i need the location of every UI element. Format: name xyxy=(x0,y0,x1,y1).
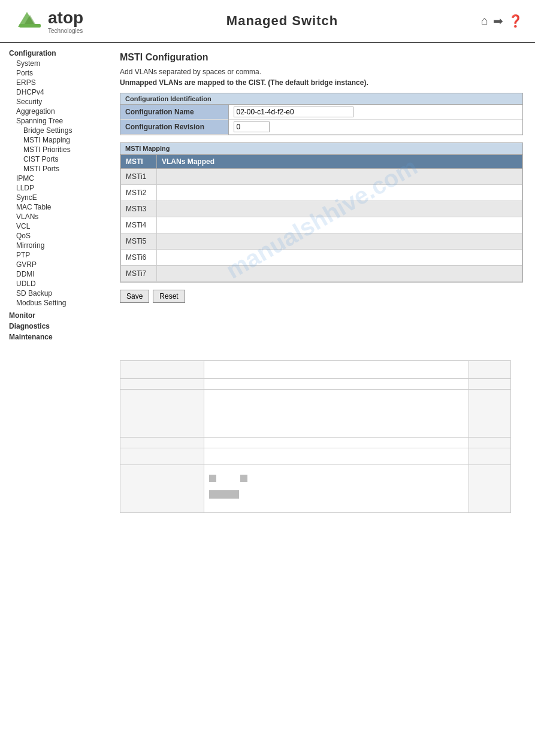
msti-vlans-input-5[interactable] xyxy=(162,235,499,248)
sidebar-maintenance-title: Maintenance xyxy=(9,333,99,341)
page-title: MSTI Configuration xyxy=(120,52,523,63)
bottom-cell-3b xyxy=(204,390,469,438)
msti-row: MSTi4 xyxy=(121,217,522,233)
home-icon[interactable]: ⌂ xyxy=(481,14,488,28)
msti-row-id: MSTi3 xyxy=(121,201,157,217)
info-text-2: Unmapped VLANs are mapped to the CIST. (… xyxy=(120,78,523,87)
msti-row: MSTi1 xyxy=(121,169,522,185)
bottom-cell-6b xyxy=(204,465,469,513)
sidebar-config-title: Configuration xyxy=(9,49,99,57)
sidebar-item-udld[interactable]: UDLD xyxy=(9,279,99,289)
bottom-cell-1b xyxy=(204,361,469,379)
sidebar-item-msti-mapping[interactable]: MSTI Mapping xyxy=(9,135,99,145)
msti-vlans-input-3[interactable] xyxy=(162,202,499,215)
msti-vlans-input-2[interactable] xyxy=(162,186,499,199)
mini-indicator-1 xyxy=(209,475,216,482)
config-id-title: Configuration Identification xyxy=(120,93,522,105)
msti-vlans-input-6[interactable] xyxy=(162,251,499,264)
bottom-cell-4a xyxy=(120,438,204,448)
msti-row-vlans-cell xyxy=(157,201,522,217)
config-name-row: Configuration Name xyxy=(120,105,522,120)
bottom-row-2 xyxy=(120,379,511,390)
info-text-1: Add VLANs separated by spaces or comma. xyxy=(120,68,523,76)
sidebar-item-system[interactable]: System xyxy=(9,59,99,68)
sidebar-item-cist-ports[interactable]: CIST Ports xyxy=(9,154,99,164)
logo: atop Technologies xyxy=(12,6,83,36)
save-button[interactable]: Save xyxy=(120,290,149,303)
sidebar: Configuration System Ports ERPS DHCPv4 S… xyxy=(0,43,108,348)
logo-icon xyxy=(12,6,48,36)
sidebar-item-lldp[interactable]: LLDP xyxy=(9,183,99,193)
sidebar-item-mac-table[interactable]: MAC Table xyxy=(9,202,99,212)
main-content: MSTI Configuration Add VLANs separated b… xyxy=(108,43,535,348)
reset-button[interactable]: Reset xyxy=(153,290,185,303)
bottom-section xyxy=(108,360,523,513)
msti-row-id: MSTi5 xyxy=(121,233,157,250)
msti-row-vlans-cell xyxy=(157,266,522,282)
bottom-row-5 xyxy=(120,448,511,465)
msti-col-vlans: VLANs Mapped xyxy=(157,155,522,169)
bottom-cell-1c xyxy=(469,361,511,379)
msti-row-vlans-cell xyxy=(157,233,522,250)
msti-col-msti: MSTI xyxy=(121,155,157,169)
sidebar-item-ports[interactable]: Ports xyxy=(9,68,99,78)
mini-indicator-2 xyxy=(240,475,247,482)
config-name-input[interactable] xyxy=(234,107,353,117)
header: atop Technologies Managed Switch ⌂ ➡ ❓ xyxy=(0,0,535,43)
sidebar-monitor-title: Monitor xyxy=(9,311,99,320)
bottom-cell-3a xyxy=(120,390,204,438)
sidebar-item-sd-backup[interactable]: SD Backup xyxy=(9,289,99,298)
bottom-cell-5b xyxy=(204,448,469,465)
bottom-row-4 xyxy=(120,438,511,448)
msti-table-header: MSTI VLANs Mapped xyxy=(121,155,522,169)
bottom-cell-6a xyxy=(120,465,204,513)
sidebar-item-bridge-settings[interactable]: Bridge Settings xyxy=(9,126,99,135)
msti-row-id: MSTi1 xyxy=(121,169,157,185)
sidebar-item-dhcpv4[interactable]: DHCPv4 xyxy=(9,87,99,97)
sidebar-item-aggregation[interactable]: Aggregation xyxy=(9,107,99,116)
msti-row-id: MSTi6 xyxy=(121,250,157,266)
sidebar-item-ipmc[interactable]: IPMC xyxy=(9,174,99,183)
bottom-row-6 xyxy=(120,465,511,513)
config-revision-cell xyxy=(228,120,522,135)
sidebar-item-gvrp[interactable]: GVRP xyxy=(9,260,99,269)
brand-sub: Technologies xyxy=(48,28,83,34)
sidebar-item-vcl[interactable]: VCL xyxy=(9,221,99,231)
bottom-cell-5a xyxy=(120,448,204,465)
msti-row: MSTi5 xyxy=(121,233,522,250)
sidebar-item-ptp[interactable]: PTP xyxy=(9,250,99,260)
sidebar-item-security[interactable]: Security xyxy=(9,97,99,107)
bottom-cell-6c xyxy=(469,465,511,513)
sidebar-item-spanning-tree[interactable]: Spanning Tree xyxy=(9,116,99,126)
sidebar-item-vlans[interactable]: VLANs xyxy=(9,212,99,221)
bottom-row-3 xyxy=(120,390,511,438)
header-icons: ⌂ ➡ ❓ xyxy=(481,14,523,28)
config-table: Configuration Name Configuration Revisio… xyxy=(120,105,522,135)
msti-vlans-input-7[interactable] xyxy=(162,267,499,280)
bottom-cell-2a xyxy=(120,379,204,390)
msti-mapping-box: MSTI Mapping manualshhive.com MSTI VLANs… xyxy=(120,142,523,283)
msti-row-id: MSTi7 xyxy=(121,266,157,282)
main-layout: Configuration System Ports ERPS DHCPv4 S… xyxy=(0,43,535,348)
sidebar-item-ddmi[interactable]: DDMI xyxy=(9,269,99,279)
msti-vlans-input-4[interactable] xyxy=(162,218,499,232)
sidebar-item-mirroring[interactable]: Mirroring xyxy=(9,241,99,250)
msti-mapping-title: MSTI Mapping xyxy=(120,143,522,154)
msti-table: MSTI VLANs Mapped MSTi1MSTi2MSTi3MSTi4MS… xyxy=(120,154,522,282)
logout-icon[interactable]: ➡ xyxy=(493,14,503,28)
sidebar-item-synce[interactable]: SyncE xyxy=(9,193,99,202)
sidebar-item-msti-priorities[interactable]: MSTI Priorities xyxy=(9,145,99,154)
sidebar-item-erps[interactable]: ERPS xyxy=(9,78,99,87)
sidebar-item-msti-ports[interactable]: MSTI Ports xyxy=(9,164,99,174)
bottom-cell-5c xyxy=(469,448,511,465)
config-revision-input[interactable] xyxy=(234,122,270,132)
sidebar-item-modbus-setting[interactable]: Modbus Setting xyxy=(9,298,99,308)
bottom-cell-3c xyxy=(469,390,511,438)
bottom-cell-1a xyxy=(120,361,204,379)
msti-row-vlans-cell xyxy=(157,250,522,266)
bottom-row-1 xyxy=(120,361,511,379)
config-name-label: Configuration Name xyxy=(120,105,228,120)
sidebar-item-qos[interactable]: QoS xyxy=(9,231,99,241)
help-icon[interactable]: ❓ xyxy=(508,14,523,28)
msti-vlans-input-1[interactable] xyxy=(162,170,499,183)
